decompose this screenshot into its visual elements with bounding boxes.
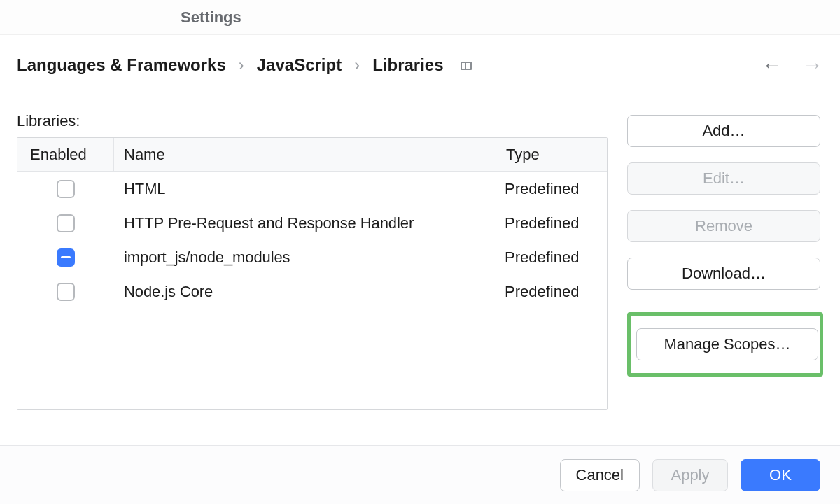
breadcrumb-sep: › xyxy=(353,55,361,75)
cell-type: Predefined xyxy=(496,180,607,198)
cell-type: Predefined xyxy=(496,248,607,267)
section-label-libraries: Libraries: xyxy=(17,112,608,130)
nav-forward-icon[interactable]: → xyxy=(802,53,823,77)
checkbox-indeterminate[interactable] xyxy=(57,248,75,267)
layout-icon[interactable] xyxy=(461,62,472,70)
col-header-name[interactable]: Name xyxy=(114,138,496,171)
table-row[interactable]: import_js/node_modules Predefined xyxy=(18,240,607,274)
edit-button: Edit… xyxy=(627,162,820,195)
cell-type: Predefined xyxy=(496,214,607,232)
ok-button[interactable]: OK xyxy=(741,459,820,491)
cell-type: Predefined xyxy=(496,283,607,301)
breadcrumb-item-1[interactable]: JavaScript xyxy=(257,55,342,75)
checkbox[interactable] xyxy=(57,180,75,198)
dialog-footer: Cancel Apply OK xyxy=(0,445,840,504)
nav-back-icon[interactable]: ← xyxy=(762,53,783,77)
breadcrumb-sep: › xyxy=(237,55,246,75)
cell-name: HTTP Pre-Request and Response Handler xyxy=(114,214,496,232)
remove-button: Remove xyxy=(627,210,820,242)
checkbox[interactable] xyxy=(57,283,75,301)
libraries-table: Enabled Name Type HTML Predefined HTTP P… xyxy=(17,137,608,410)
cancel-button[interactable]: Cancel xyxy=(560,459,640,491)
table-row[interactable]: HTTP Pre-Request and Response Handler Pr… xyxy=(18,206,607,240)
breadcrumb-item-2[interactable]: Libraries xyxy=(372,55,443,75)
cell-name: HTML xyxy=(114,180,496,198)
add-button[interactable]: Add… xyxy=(627,115,820,147)
breadcrumb-item-0[interactable]: Languages & Frameworks xyxy=(17,55,226,75)
apply-button: Apply xyxy=(652,459,728,491)
checkbox[interactable] xyxy=(57,214,75,232)
col-header-type[interactable]: Type xyxy=(496,138,607,171)
table-row[interactable]: HTML Predefined xyxy=(18,172,607,206)
cell-name: import_js/node_modules xyxy=(114,248,496,267)
download-button[interactable]: Download… xyxy=(627,258,820,290)
col-header-enabled[interactable]: Enabled xyxy=(18,138,114,171)
window-title: Settings xyxy=(0,0,840,35)
breadcrumb: Languages & Frameworks › JavaScript › Li… xyxy=(17,55,472,75)
table-row[interactable]: Node.js Core Predefined xyxy=(18,274,607,309)
cell-name: Node.js Core xyxy=(114,283,496,301)
manage-scopes-highlight: Manage Scopes… xyxy=(627,312,823,377)
table-header: Enabled Name Type xyxy=(18,138,607,172)
manage-scopes-button[interactable]: Manage Scopes… xyxy=(636,328,818,360)
